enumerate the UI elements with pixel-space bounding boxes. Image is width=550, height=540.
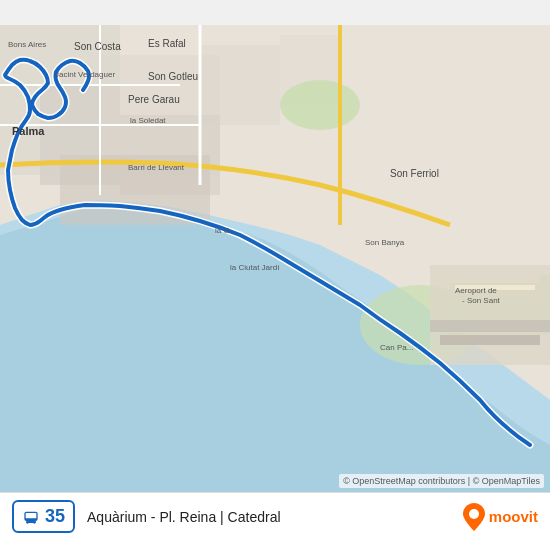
svg-rect-7 — [200, 45, 280, 125]
svg-rect-36 — [26, 513, 37, 518]
svg-text:Son Banya: Son Banya — [365, 238, 405, 247]
svg-text:la Ciutat Jardí: la Ciutat Jardí — [230, 263, 280, 272]
svg-text:Can Pa...: Can Pa... — [380, 343, 413, 352]
svg-text:Pere Garau: Pere Garau — [128, 94, 180, 105]
svg-rect-39 — [26, 521, 35, 523]
svg-rect-17 — [430, 320, 550, 332]
bus-icon — [22, 508, 40, 526]
route-badge: 35 — [12, 500, 75, 533]
svg-point-11 — [280, 80, 360, 130]
svg-text:Son Gotleu: Son Gotleu — [148, 71, 198, 82]
svg-text:Son Costa: Son Costa — [74, 41, 121, 52]
route-number: 35 — [45, 506, 65, 527]
svg-text:Es Rafal: Es Rafal — [148, 38, 186, 49]
route-name: Aquàrium - Pl. Reina | Catedral — [87, 509, 463, 525]
svg-point-40 — [469, 509, 479, 519]
svg-rect-18 — [440, 335, 540, 345]
svg-text:Jacint Verdaguer: Jacint Verdaguer — [55, 70, 115, 79]
svg-text:la Soledat: la Soledat — [130, 116, 166, 125]
svg-rect-15 — [440, 275, 540, 283]
moovit-text: moovit — [489, 508, 538, 525]
svg-text:Barri de Llevant: Barri de Llevant — [128, 163, 185, 172]
map-container: Son Costa Es Rafal Bons Aires Son Gotleu… — [0, 0, 550, 540]
map-attribution: © OpenStreetMap contributors | © OpenMap… — [339, 474, 544, 488]
svg-text:Palma: Palma — [12, 125, 45, 137]
svg-text:Son Ferriol: Son Ferriol — [390, 168, 439, 179]
moovit-logo: moovit — [463, 503, 538, 531]
svg-text:- Son Sant: - Son Sant — [462, 296, 501, 305]
svg-text:la G...: la G... — [215, 226, 236, 235]
svg-text:Bons Aires: Bons Aires — [8, 40, 46, 49]
bottom-bar: 35 Aquàrium - Pl. Reina | Catedral moovi… — [0, 492, 550, 540]
svg-text:Aeroport de: Aeroport de — [455, 286, 497, 295]
